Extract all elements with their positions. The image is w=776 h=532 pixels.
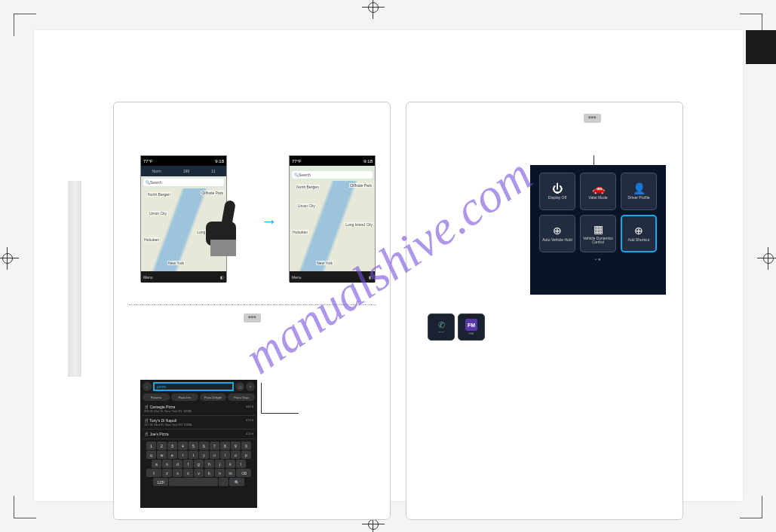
key: x [173, 469, 182, 477]
tile-grid: ⏻Display Off🚗Valet Mode👤Driver Profile⊕A… [536, 173, 660, 252]
key: u [210, 451, 219, 459]
touch-gesture-icon [197, 200, 242, 253]
suggestion-chips: PizzeriaPizza InnPizza DelightPizza Guys [143, 393, 255, 401]
result-row: 440 ft🍴 Carnegie Pizza200 W 41st St, New… [143, 402, 255, 416]
key: 0 [241, 442, 251, 450]
key: f [183, 460, 193, 468]
key: d [173, 460, 182, 468]
page-dots: • ● [536, 257, 660, 261]
key: p [241, 451, 251, 459]
step-tag: *** [584, 114, 601, 123]
key: o [231, 451, 241, 459]
key: n [215, 469, 225, 477]
key: 1 [146, 442, 156, 450]
key: g [194, 460, 204, 468]
time: 9:18 [215, 159, 224, 164]
key: i [220, 451, 230, 459]
key: r [178, 451, 188, 459]
chip: Pizza Delight [200, 393, 227, 401]
key: 3 [167, 442, 177, 450]
shortcut-menu-screenshot: ⏻Display Off🚗Valet Mode👤Driver Profile⊕A… [530, 165, 666, 295]
key: s [162, 460, 172, 468]
key: 7 [210, 442, 219, 450]
callout-line [261, 383, 262, 413]
result-row: 470 ft🍴 Tony's Di Napoli147 W 43rd St, N… [143, 416, 255, 430]
key: h [204, 460, 214, 468]
result-row: 470 ft🍴 Joe's Pizza [143, 430, 255, 439]
keyboard-screenshot: ‹ pizza ⊙ × PizzeriaPizza InnPizza Delig… [140, 380, 257, 508]
key: e [167, 451, 177, 459]
search-bar: 🔍 Search [292, 171, 373, 179]
key: v [194, 469, 204, 477]
key: z [162, 469, 172, 477]
key: a [152, 460, 161, 468]
menu-tile: 🚗Valet Mode [580, 173, 616, 210]
back-icon: ‹ [143, 382, 152, 391]
menu-tile: ⊕Add Shortcut [621, 215, 657, 252]
key: c [183, 469, 193, 477]
menu-tile: ⏻Display Off [539, 173, 575, 210]
step-tag: *** [244, 313, 261, 323]
temp: 77°F [143, 159, 153, 164]
manual-page: 77°F9:18 Norm19911 🔍 Search North Bergen… [34, 30, 743, 501]
key: 9 [231, 442, 241, 450]
clear-icon: × [246, 382, 255, 391]
right-column: *** ⏻Display Off🚗Valet Mode👤Driver Profi… [406, 102, 683, 520]
menu-tile: 👤Driver Profile [621, 173, 657, 210]
arrow-icon: → [261, 212, 278, 231]
callout-line [594, 155, 594, 165]
map-screenshot-after: 77°F9:18 🔍 Search North Bergen Cliffside… [289, 155, 376, 282]
section-tab [746, 30, 776, 64]
key: w [157, 451, 167, 459]
key: l [236, 460, 246, 468]
left-column: 77°F9:18 Norm19911 🔍 Search North Bergen… [113, 102, 391, 520]
shortcut-examples: ✆*****FMFM [428, 313, 485, 341]
shortcut-icon: FMFM [458, 313, 485, 341]
key: k [225, 460, 235, 468]
key: 2 [157, 442, 167, 450]
key: 8 [220, 442, 230, 450]
key: 4 [178, 442, 188, 450]
key: b [204, 469, 214, 477]
key: m [225, 469, 235, 477]
search-bar: 🔍 Search [143, 179, 224, 186]
target-icon: ⊙ [235, 382, 244, 391]
chip: Pizza Inn [171, 393, 198, 401]
key: j [215, 460, 225, 468]
key: 5 [189, 442, 198, 450]
key: 6 [199, 442, 209, 450]
keyboard-keys: 1234567890qwertyuiopasdfghjkl⇧zxcvbnm⌫12… [143, 442, 255, 486]
divider [129, 304, 376, 305]
chip: Pizza Guys [228, 393, 255, 401]
callout-line [261, 413, 299, 414]
gauge-bar: Norm19911 [141, 166, 226, 176]
key: y [199, 451, 209, 459]
menu-tile: ⊕Auto Vehicle Hold [539, 215, 575, 252]
key: q [146, 451, 156, 459]
search-results: 440 ft🍴 Carnegie Pizza200 W 41st St, New… [143, 402, 255, 439]
search-input-highlighted: pizza [153, 382, 234, 391]
binding-shadow [68, 181, 81, 377]
menu-btn: Menu [143, 275, 153, 280]
shortcut-icon: ✆***** [428, 313, 455, 341]
menu-tile: ▦Vehicle Dynamics Control [580, 215, 616, 252]
key: t [189, 451, 198, 459]
chip: Pizzeria [143, 393, 170, 401]
